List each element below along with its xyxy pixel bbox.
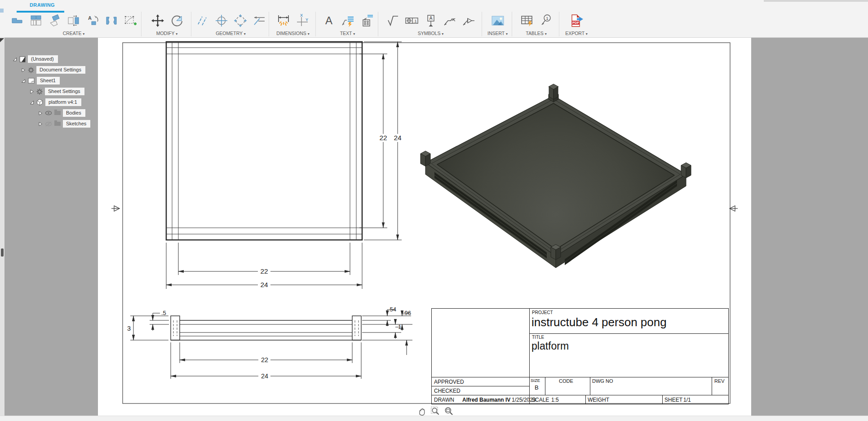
leader-text-button[interactable] [340,13,355,28]
browser-row-bodies[interactable]: Bodies [38,109,85,117]
group-label-modify[interactable]: MODIFY [156,31,175,36]
dimension-button[interactable] [276,13,291,28]
move-button[interactable] [150,13,165,28]
leader-text-icon [341,14,354,27]
datum-identifier-button[interactable]: A [423,13,438,28]
text-button[interactable]: A [321,13,337,28]
pan-button[interactable] [416,406,428,417]
collapsed-triangle-icon[interactable] [38,122,43,126]
zoom-window-button[interactable] [430,406,441,417]
sheet-label: SHEET [664,397,682,403]
create-sketch-icon [124,14,137,27]
ordinate-dimension-button[interactable]: XY [295,13,310,28]
export-pdf-icon: PDF [569,14,584,27]
section-view-icon [67,14,80,27]
browser-row-label[interactable]: Sketches [63,120,90,128]
top-view[interactable]: 22 24 22 24 [166,42,403,289]
chevron-down-icon: ▾ [308,32,310,36]
folder-icon [54,122,61,126]
browser-row-sketches[interactable]: Sketches [38,120,90,128]
browser-row-component[interactable]: platform v4:1 [30,98,81,106]
table-button[interactable] [519,13,535,28]
browser-row-document-settings[interactable]: Document Settings [21,66,85,74]
browser-row-label[interactable]: Document Settings [36,66,85,74]
note-icon [360,14,373,27]
ordinate-dimension-icon: XY [296,14,309,27]
auxiliary-view-button[interactable] [47,13,62,28]
collapsed-triangle-icon[interactable] [21,68,26,72]
visibility-eye-icon[interactable] [45,111,52,115]
collapsed-triangle-icon[interactable] [38,111,43,115]
dim-front-height: 3 [127,325,131,332]
edge-extension-button[interactable] [252,13,267,28]
insert-image-button[interactable] [490,13,505,28]
approved-label: APPROVED [434,379,464,385]
welding-button[interactable] [442,13,457,28]
detail-view-button[interactable]: A [85,13,100,28]
move-icon [151,14,164,27]
dim-top-width-inner: 22 [260,267,268,275]
break-view-button[interactable] [104,13,119,28]
group-label-export[interactable]: EXPORT [565,31,585,36]
chevron-down-icon: ▾ [506,32,508,36]
center-mark-pattern-button[interactable] [233,13,248,28]
tab-corner-decoration [0,9,4,13]
browser-row-label[interactable]: Bodies [63,109,85,117]
group-label-text[interactable]: TEXT [340,31,352,36]
centerline-button[interactable] [195,13,210,28]
expanded-triangle-icon[interactable] [21,79,26,83]
group-label-create[interactable]: CREATE [63,31,82,36]
group-label-dimensions[interactable]: DIMENSIONS [276,31,306,36]
note-button[interactable] [359,13,374,28]
surface-texture-icon [386,14,400,27]
browser-row-label[interactable]: Sheet Settings [45,88,84,95]
balloon-icon: 1 [539,14,553,27]
tab-drawing[interactable]: DRAWING [30,2,55,8]
section-view-button[interactable] [66,13,81,28]
collapsed-triangle-icon[interactable] [30,89,34,94]
dim-front-width-inner: 22 [261,356,268,363]
group-label-symbols[interactable]: SYMBOLS [418,31,441,36]
export-pdf-button[interactable]: PDF [569,13,584,28]
title-block[interactable]: PROJECT instructube 4 person pong TITLE … [431,308,729,404]
expanded-triangle-icon[interactable] [13,57,17,62]
dim-front-width-outer: 24 [261,372,268,380]
rotate-button[interactable] [169,13,184,28]
isometric-view[interactable] [421,84,691,268]
group-label-geometry[interactable]: GEOMETRY [216,31,243,36]
expanded-triangle-icon[interactable] [30,100,34,105]
front-view[interactable]: 3 .5 .54 .96 1 22 24 [127,306,412,380]
browser-row-document[interactable]: (Unsaved) [13,55,58,63]
datum-identifier-icon: A [424,14,438,27]
scale-label: SCALE [531,397,549,403]
group-label-insert[interactable]: INSERT [487,31,505,36]
browser-row-label[interactable]: Sheet1 [37,77,60,84]
create-sketch-button[interactable] [123,13,138,28]
browser-row-label[interactable]: platform v4:1 [45,98,81,106]
projected-view-button[interactable] [28,13,44,28]
browser-row-sheet1[interactable]: Sheet1 [21,76,60,85]
title-value[interactable]: platform [531,340,569,352]
browser-row-sheet-settings[interactable]: Sheet Settings [30,87,84,96]
surface-texture-button[interactable] [385,13,401,28]
break-view-icon [105,14,118,27]
dim-front-post-top: .54 [388,306,396,313]
feature-control-frame-button[interactable]: .1 [404,13,420,28]
browser-row-label[interactable]: (Unsaved) [28,55,58,63]
group-label-tables[interactable]: TABLES [526,31,544,36]
balloon-button[interactable]: 1 [538,13,554,28]
visibility-off-eye-icon[interactable] [45,121,52,127]
scale-value: 1:5 [551,397,559,403]
svg-text:A: A [325,14,332,27]
dim-front-rail: .5 [161,310,166,316]
toolbar-scrollbar[interactable] [764,0,868,2]
toolbar-group-symbols: .1 A SYMBOLS ▾ [380,12,482,36]
base-view-button[interactable] [9,13,25,28]
zoom-icon [444,406,454,416]
project-value[interactable]: instructube 4 person pong [531,315,667,329]
zoom-button[interactable] [443,406,455,417]
size-label: SIZE [531,378,540,383]
center-mark-button[interactable] [214,13,229,28]
edge-symbol-button[interactable] [461,13,476,28]
dimension-icon [277,14,290,27]
